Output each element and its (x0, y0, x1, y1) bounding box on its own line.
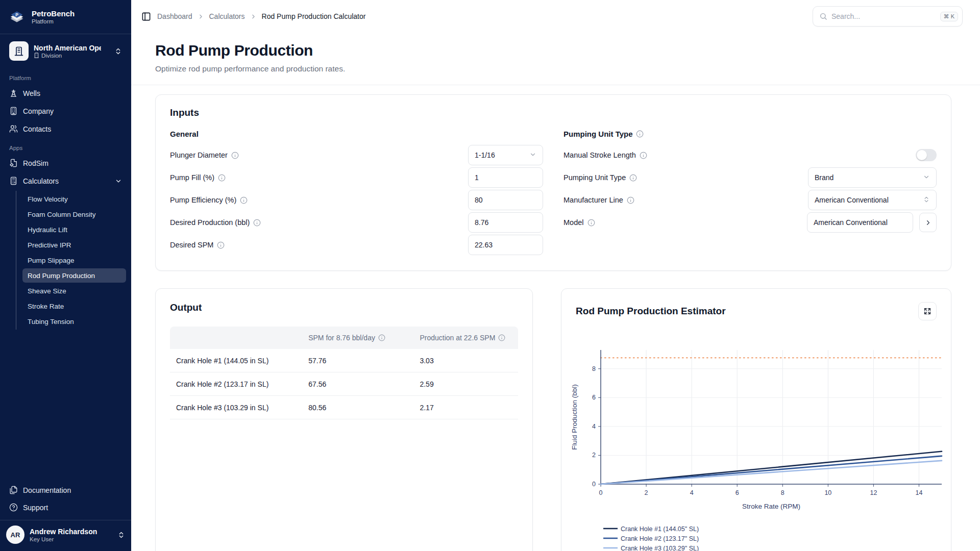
search-shortcut-badge: ⌘ K (940, 12, 958, 21)
search-box[interactable]: ⌘ K (813, 6, 963, 27)
sidebar-subitem-flow-velocity[interactable]: Flow Velocity (22, 192, 126, 206)
svg-text:14: 14 (916, 489, 923, 496)
svg-text:2: 2 (645, 489, 648, 496)
info-icon[interactable] (587, 219, 595, 227)
calculator-icon (9, 177, 18, 185)
field-label: Plunger Diameter (170, 151, 228, 159)
sidebar-item-contacts[interactable]: Contacts (5, 120, 126, 137)
field-label: Pump Fill (%) (170, 173, 214, 182)
sidebar-subitem-predictive-ipr[interactable]: Predictive IPR (22, 238, 126, 252)
search-input[interactable] (831, 12, 936, 20)
page-header: Rod Pump Production Optimize rod pump pe… (131, 33, 980, 85)
calculators-submenu: Flow Velocity Foam Column Density Hydrau… (16, 191, 126, 330)
field-pump-fill: Pump Fill (%) (170, 167, 543, 188)
svg-text:0: 0 (592, 481, 596, 488)
row-spm: 57.76 (302, 357, 413, 365)
info-icon[interactable] (629, 174, 637, 182)
chart-title: Rod Pump Production Estimator (576, 306, 725, 317)
svg-text:4: 4 (592, 423, 596, 430)
team-switcher[interactable]: North American Operations Division (5, 38, 126, 64)
sidebar-item-calculators[interactable]: Calculators (5, 172, 126, 189)
info-icon[interactable] (636, 130, 644, 138)
plunger-diameter-select[interactable]: 1-1/16 (468, 145, 543, 165)
chevron-down-icon (923, 173, 930, 182)
row-spm: 80.56 (302, 404, 413, 412)
field-model: Model American Conventional (564, 212, 937, 233)
pump-efficiency-input[interactable] (468, 190, 543, 210)
chevrons-up-down-icon (117, 531, 125, 539)
model-next-button[interactable] (919, 213, 937, 232)
pumping-unit-type-select[interactable]: Brand (808, 167, 937, 188)
field-label: Desired Production (bbl) (170, 218, 250, 227)
field-plunger-diameter: Plunger Diameter 1-1/16 (170, 145, 543, 165)
info-icon[interactable] (217, 241, 225, 249)
sidebar-item-wells[interactable]: Wells (5, 85, 126, 102)
breadcrumb-calculators[interactable]: Calculators (209, 12, 245, 20)
section-label-platform: Platform (0, 68, 131, 84)
svg-text:Crank Hole #1 (144.05" SL): Crank Hole #1 (144.05" SL) (621, 525, 699, 533)
inputs-pumping-column: Pumping Unit Type Manual Stroke Length P… (564, 127, 937, 257)
page-content: Inputs General Plunger Diameter 1-1/16 (131, 85, 980, 551)
sidebar-subitem-sheave-size[interactable]: Sheave Size (22, 284, 126, 298)
sidebar-subitem-pump-slippage[interactable]: Pump Slippage (22, 253, 126, 267)
breadcrumb-dashboard[interactable]: Dashboard (157, 12, 192, 20)
svg-text:6: 6 (736, 489, 739, 496)
info-icon[interactable] (240, 196, 248, 204)
user-menu[interactable]: AR Andrew Richardson Key User (0, 520, 131, 551)
section-label-apps: Apps (0, 138, 131, 154)
app-root: P PetroBench Platform North American Ope… (0, 0, 980, 551)
info-icon[interactable] (498, 334, 505, 341)
breadcrumb: Dashboard Calculators Rod Pump Productio… (157, 12, 365, 20)
field-manual-stroke-length: Manual Stroke Length (564, 145, 937, 165)
info-icon[interactable] (640, 152, 647, 159)
table-row: Crank Hole #2 (123.17 in SL) 67.56 2.59 (170, 372, 518, 396)
model-field[interactable]: American Conventional (807, 212, 913, 233)
sidebar-toggle-icon[interactable] (141, 12, 151, 21)
inputs-card: Inputs General Plunger Diameter 1-1/16 (155, 94, 951, 271)
svg-text:10: 10 (824, 489, 831, 496)
info-icon[interactable] (378, 334, 385, 341)
sidebar-item-label: Calculators (23, 177, 59, 185)
manual-stroke-length-toggle[interactable] (916, 149, 937, 161)
sidebar-item-label: Contacts (23, 125, 51, 133)
pump-fill-input[interactable] (468, 167, 543, 188)
svg-text:Crank Hole #3 (103.29" SL): Crank Hole #3 (103.29" SL) (621, 545, 699, 551)
sidebar-subitem-stroke-rate[interactable]: Stroke Rate (22, 299, 126, 313)
chart-card: Rod Pump Production Estimator 0246810121… (561, 288, 951, 551)
sidebar-item-company[interactable]: Company (5, 103, 126, 119)
sidebar-subitem-foam-column-density[interactable]: Foam Column Density (22, 207, 126, 221)
field-pump-efficiency: Pump Efficiency (%) (170, 190, 543, 210)
users-icon (9, 124, 18, 133)
sidebar-item-support[interactable]: Support (5, 499, 126, 516)
row-production: 2.17 (413, 404, 518, 412)
building-mini-icon (34, 53, 39, 58)
info-icon[interactable] (231, 152, 239, 159)
svg-text:Stroke Rate (RPM): Stroke Rate (RPM) (742, 503, 800, 510)
field-label: Pumping Unit Type (564, 173, 626, 182)
sidebar-item-documentation[interactable]: Documentation (5, 482, 126, 498)
info-icon[interactable] (253, 219, 261, 227)
svg-text:8: 8 (781, 489, 785, 496)
expand-chart-button[interactable] (918, 302, 937, 320)
manufacturer-line-select[interactable]: American Conventional (808, 190, 937, 210)
svg-text:2: 2 (592, 452, 596, 459)
info-icon[interactable] (218, 174, 226, 182)
topbar: Dashboard Calculators Rod Pump Productio… (131, 0, 980, 33)
output-card: Output SPM for 8.76 bbl/day Production a… (155, 288, 533, 551)
sidebar-item-rodsim[interactable]: RodSim (5, 155, 126, 171)
chevron-down-icon (115, 178, 122, 185)
info-icon[interactable] (627, 196, 634, 204)
breadcrumb-current: Rod Pump Production Calculator (262, 12, 366, 20)
sidebar-subitem-rod-pump-production[interactable]: Rod Pump Production (22, 268, 126, 283)
chevron-down-icon (529, 151, 536, 160)
inputs-title: Inputs (170, 107, 937, 118)
desired-spm-input[interactable] (468, 235, 543, 255)
select-value: American Conventional (814, 218, 888, 227)
team-name: North American Operations (34, 44, 101, 52)
sidebar-subitem-tubing-tension[interactable]: Tubing Tension (22, 314, 126, 329)
desired-production-input[interactable] (468, 212, 543, 233)
svg-text:Crank Hole #2 (123.17" SL): Crank Hole #2 (123.17" SL) (621, 535, 699, 542)
svg-text:8: 8 (592, 365, 596, 372)
sidebar-subitem-hydraulic-lift[interactable]: Hydraulic Lift (22, 222, 126, 237)
row-production: 3.03 (413, 357, 518, 365)
